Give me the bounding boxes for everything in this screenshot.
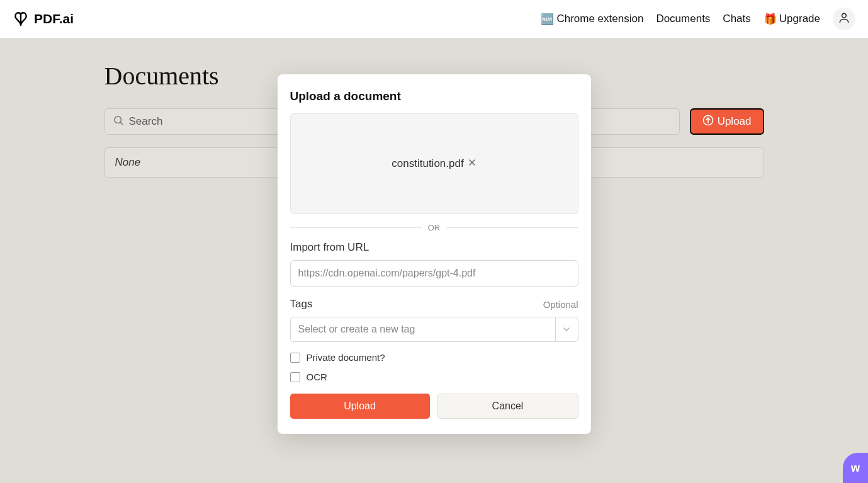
tags-header: Tags Optional <box>290 298 578 310</box>
avatar-button[interactable] <box>833 8 855 30</box>
header: PDF.ai 🆕 Chrome extension Documents Chat… <box>0 0 868 38</box>
ocr-label: OCR <box>307 372 327 382</box>
svg-line-3 <box>120 122 123 125</box>
ocr-checkbox[interactable] <box>290 372 300 382</box>
nav-documents[interactable]: Documents <box>656 13 710 25</box>
button-label: Cancel <box>492 401 524 412</box>
or-text: OR <box>428 223 441 232</box>
modal-actions: Upload Cancel <box>290 394 578 419</box>
remove-file-button[interactable] <box>468 157 476 170</box>
empty-state-text: None <box>115 156 141 169</box>
nav-upgrade[interactable]: 🎁 Upgrade <box>764 13 820 26</box>
ocr-checkbox-row[interactable]: OCR <box>290 372 578 382</box>
nav-chats[interactable]: Chats <box>723 13 750 25</box>
modal-title: Upload a document <box>290 89 578 103</box>
support-widget[interactable]: w <box>843 453 868 483</box>
file-chip: constitution.pdf <box>392 157 476 170</box>
nav-label: Chrome extension <box>556 13 643 25</box>
file-drop-zone[interactable]: constitution.pdf <box>290 113 578 214</box>
file-name: constitution.pdf <box>392 157 463 170</box>
search-icon <box>113 115 124 129</box>
import-url-label: Import from URL <box>290 241 578 254</box>
nav-label: Upgrade <box>779 13 820 25</box>
upload-modal: Upload a document constitution.pdf OR Im… <box>278 74 591 434</box>
upload-icon <box>702 115 714 129</box>
private-checkbox[interactable] <box>290 353 300 363</box>
nav-chrome-extension[interactable]: 🆕 Chrome extension <box>541 13 643 26</box>
logo[interactable]: PDF.ai <box>13 11 74 27</box>
tags-select[interactable]: Select or create a new tag <box>290 317 578 342</box>
search-placeholder: Search <box>129 115 163 128</box>
tags-label: Tags <box>290 298 313 310</box>
button-label: Upload <box>344 401 376 412</box>
gift-icon: 🎁 <box>764 13 777 26</box>
nav-links: 🆕 Chrome extension Documents Chats 🎁 Upg… <box>541 8 855 30</box>
user-icon <box>838 11 850 26</box>
new-badge-icon: 🆕 <box>541 13 554 26</box>
private-label: Private document? <box>307 352 385 363</box>
close-icon <box>468 157 476 170</box>
private-checkbox-row[interactable]: Private document? <box>290 352 578 363</box>
optional-label: Optional <box>543 299 578 310</box>
upload-button-label: Upload <box>718 115 752 128</box>
widget-letter: w <box>851 462 860 475</box>
chevron-down-icon <box>555 317 578 341</box>
nav-label: Documents <box>656 13 710 25</box>
logo-icon <box>13 11 29 27</box>
modal-upload-button[interactable]: Upload <box>290 394 430 419</box>
modal-cancel-button[interactable]: Cancel <box>437 394 578 419</box>
or-divider: OR <box>290 223 578 232</box>
nav-label: Chats <box>723 13 750 25</box>
upload-button[interactable]: Upload <box>690 108 764 135</box>
tags-placeholder: Select or create a new tag <box>291 324 555 335</box>
import-url-input[interactable] <box>290 260 578 287</box>
svg-point-1 <box>842 13 847 18</box>
brand-name: PDF.ai <box>34 11 74 26</box>
